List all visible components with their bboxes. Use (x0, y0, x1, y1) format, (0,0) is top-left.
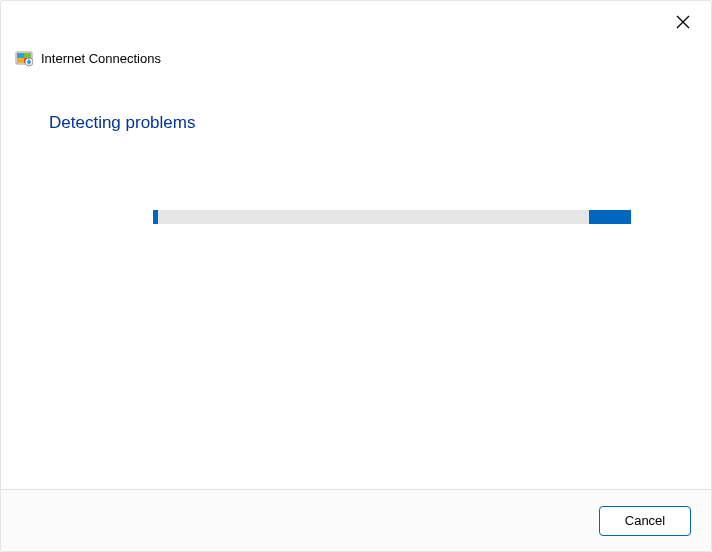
window-header: Internet Connections (15, 49, 161, 67)
close-icon (676, 15, 690, 32)
troubleshooter-icon (15, 49, 33, 67)
svg-rect-5 (17, 58, 24, 63)
window-title: Internet Connections (41, 51, 161, 66)
page-heading: Detecting problems (49, 113, 195, 133)
progress-segment (153, 210, 158, 224)
cancel-button[interactable]: Cancel (599, 506, 691, 536)
close-button[interactable] (671, 11, 695, 35)
svg-rect-3 (17, 53, 24, 58)
dialog-footer: Cancel (1, 489, 711, 551)
progress-segment (589, 210, 631, 224)
svg-rect-4 (24, 53, 31, 58)
progress-bar (153, 210, 631, 224)
